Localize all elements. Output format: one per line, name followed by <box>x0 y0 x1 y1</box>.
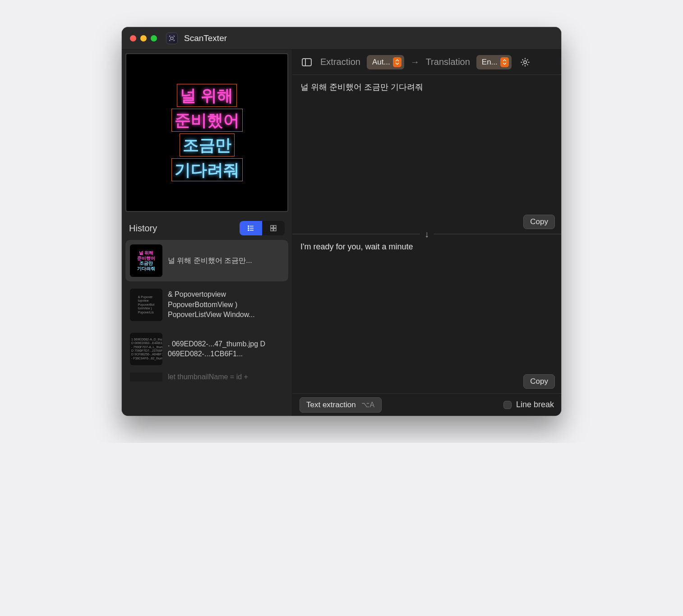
close-window-button[interactable] <box>130 35 136 41</box>
svg-point-3 <box>248 228 249 229</box>
svg-rect-7 <box>271 225 273 228</box>
image-preview[interactable]: 널 위해 준비했어 조금만 기다려줘 <box>125 53 288 212</box>
svg-point-1 <box>248 226 249 227</box>
history-thumbnail: 널 위해 준비했어 조금만 기다려줘 <box>130 244 162 277</box>
history-item-text: . 069ED082-...47_thumb.jpg D 069ED082-..… <box>168 339 284 359</box>
gear-icon <box>520 57 531 68</box>
text-extraction-label: Text extraction <box>306 400 356 409</box>
grid-view-button[interactable] <box>262 221 285 235</box>
history-title: History <box>129 223 157 234</box>
neon-line-4: 기다려줘 <box>171 158 243 181</box>
source-text: 널 위해 준비했어 조금만 기다려줘 <box>300 81 553 93</box>
preview-container: 널 위해 준비했어 조금만 기다려줘 <box>122 50 292 216</box>
history-thumbnail <box>130 372 162 382</box>
svg-rect-8 <box>274 225 276 228</box>
chevron-updown-icon <box>500 57 509 67</box>
history-header: History <box>122 216 292 240</box>
translation-language-dropdown[interactable]: En... <box>476 55 512 69</box>
app-window: ScanTexter 널 위해 준비했어 조금만 기다려줘 History <box>122 27 561 416</box>
main-panel: Extraction Aut... → Translation En... <box>292 50 561 416</box>
translation-language-value: En... <box>482 58 498 67</box>
history-thumbnail: 1 069ED082-A..D_thumb.jpg D 069ED082-..E… <box>130 333 162 365</box>
history-item[interactable]: 1 069ED082-A..D_thumb.jpg D 069ED082-..E… <box>125 328 288 370</box>
svg-point-13 <box>524 60 526 63</box>
history-item[interactable]: & Popover topview PopoverBot tomView ) P… <box>125 284 288 326</box>
translation-label: Translation <box>426 57 470 67</box>
sidebar: 널 위해 준비했어 조금만 기다려줘 History <box>122 50 292 416</box>
translated-text: I'm ready for you, wait a minute <box>300 241 553 253</box>
extraction-label: Extraction <box>320 57 360 67</box>
text-extraction-button[interactable]: Text extraction ⌥A <box>300 397 382 413</box>
app-icon <box>166 32 178 44</box>
arrow-right-icon: → <box>411 57 420 67</box>
history-item-text: & Popovertopview PopoverBottomView ) Pop… <box>168 290 284 320</box>
history-thumbnail: & Popover topview PopoverBot tomView ) P… <box>130 289 162 321</box>
translated-text-pane[interactable]: I'm ready for you, wait a minute Copy <box>292 234 561 393</box>
svg-point-5 <box>248 230 249 231</box>
line-break-label: Line break <box>516 400 554 409</box>
history-item[interactable]: let thumbnailName = id + <box>125 372 288 382</box>
view-toggle <box>240 221 285 235</box>
app-title: ScanTexter <box>184 33 227 43</box>
bottom-bar: Text extraction ⌥A Line break <box>292 393 561 416</box>
copy-source-button[interactable]: Copy <box>523 215 555 229</box>
sidebar-toggle-button[interactable] <box>300 55 314 69</box>
source-text-pane[interactable]: 널 위해 준비했어 조금만 기다려줘 Copy <box>292 75 561 234</box>
checkbox-box <box>503 401 512 409</box>
titlebar: ScanTexter <box>122 27 561 50</box>
history-item-text: let thumbnailName = id + <box>168 372 248 382</box>
neon-line-3: 조금만 <box>180 133 235 156</box>
svg-rect-10 <box>274 229 276 231</box>
history-list[interactable]: 널 위해 준비했어 조금만 기다려줘 널 위해 준비했어 조금만... & Po… <box>122 240 292 416</box>
traffic-lights <box>130 35 157 41</box>
neon-line-2: 준비했어 <box>171 109 243 132</box>
svg-rect-0 <box>171 37 173 39</box>
svg-rect-11 <box>302 59 311 66</box>
chevron-updown-icon <box>393 57 401 67</box>
text-extraction-shortcut: ⌥A <box>361 400 375 409</box>
line-break-checkbox[interactable]: Line break <box>503 400 554 409</box>
copy-translation-button[interactable]: Copy <box>523 374 555 389</box>
sidebar-icon <box>301 57 312 67</box>
list-view-button[interactable] <box>240 221 262 235</box>
history-item[interactable]: 널 위해 준비했어 조금만 기다려줘 널 위해 준비했어 조금만... <box>125 240 288 281</box>
neon-line-1: 널 위해 <box>177 84 236 107</box>
toolbar: Extraction Aut... → Translation En... <box>292 50 561 75</box>
extraction-language-dropdown[interactable]: Aut... <box>367 55 404 69</box>
list-icon <box>247 224 255 232</box>
history-item-text: 널 위해 준비했어 조금만... <box>168 256 252 266</box>
svg-rect-9 <box>271 229 273 231</box>
extraction-language-value: Aut... <box>372 58 390 67</box>
body-area: 널 위해 준비했어 조금만 기다려줘 History <box>122 50 561 416</box>
settings-button[interactable] <box>518 55 532 69</box>
grid-icon <box>269 224 277 232</box>
maximize-window-button[interactable] <box>151 35 157 41</box>
neon-sign-content: 널 위해 준비했어 조금만 기다려줘 <box>171 83 243 182</box>
minimize-window-button[interactable] <box>140 35 147 41</box>
